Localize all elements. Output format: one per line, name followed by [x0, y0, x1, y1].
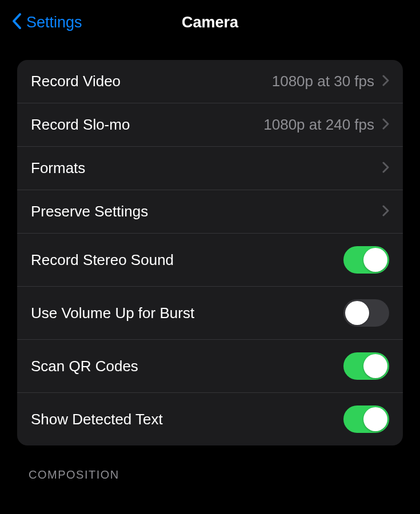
- chevron-left-icon: [11, 13, 22, 33]
- row-formats[interactable]: Formats: [17, 147, 403, 190]
- toggle-knob: [363, 248, 387, 272]
- row-label: Show Detected Text: [31, 411, 163, 428]
- toggle-show-detected-text[interactable]: [343, 405, 389, 433]
- chevron-right-icon: [382, 203, 389, 220]
- toggle-scan-qr-codes[interactable]: [343, 352, 389, 380]
- back-button[interactable]: Settings: [11, 13, 82, 33]
- settings-list: Record Video 1080p at 30 fps Record Slo-…: [17, 60, 403, 445]
- row-label: Record Slo-mo: [31, 116, 130, 134]
- row-record-stereo-sound: Record Stereo Sound: [17, 234, 403, 287]
- toggle-volume-up-burst[interactable]: [343, 299, 389, 327]
- row-show-detected-text: Show Detected Text: [17, 393, 403, 445]
- nav-bar: Settings Camera: [0, 0, 420, 50]
- back-label: Settings: [26, 14, 82, 31]
- row-label: Record Stereo Sound: [31, 251, 174, 269]
- row-label: Record Video: [31, 73, 121, 90]
- row-label: Formats: [31, 159, 85, 177]
- row-right: 1080p at 30 fps: [272, 73, 389, 90]
- chevron-right-icon: [382, 159, 389, 177]
- row-right: 1080p at 240 fps: [263, 116, 389, 134]
- section-label-composition: COMPOSITION: [0, 445, 420, 481]
- row-record-slomo[interactable]: Record Slo-mo 1080p at 240 fps: [17, 103, 403, 147]
- row-volume-up-burst: Use Volume Up for Burst: [17, 287, 403, 340]
- row-label: Scan QR Codes: [31, 358, 138, 375]
- chevron-right-icon: [382, 73, 389, 90]
- row-right: [382, 159, 389, 177]
- row-preserve-settings[interactable]: Preserve Settings: [17, 190, 403, 234]
- chevron-right-icon: [382, 116, 389, 134]
- row-value: 1080p at 30 fps: [272, 73, 374, 90]
- row-record-video[interactable]: Record Video 1080p at 30 fps: [17, 60, 403, 103]
- toggle-knob: [363, 407, 387, 431]
- toggle-knob: [345, 301, 369, 325]
- row-label: Use Volume Up for Burst: [31, 304, 194, 322]
- row-scan-qr-codes: Scan QR Codes: [17, 340, 403, 393]
- toggle-record-stereo-sound[interactable]: [343, 246, 389, 274]
- row-value: 1080p at 240 fps: [263, 116, 374, 134]
- row-right: [382, 203, 389, 220]
- row-label: Preserve Settings: [31, 203, 148, 220]
- toggle-knob: [363, 354, 387, 378]
